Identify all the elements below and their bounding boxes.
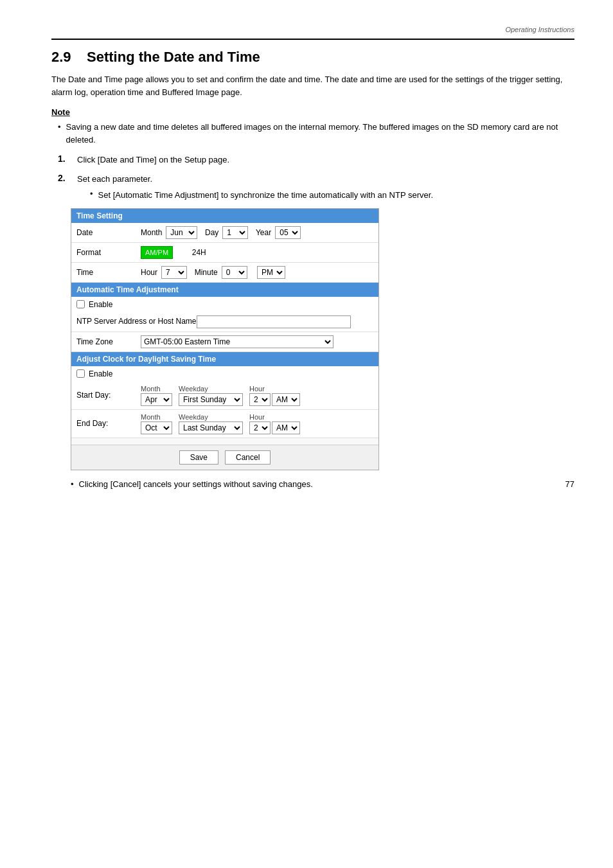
start-day-row: Start Day: Month AprJanFebMar MayJunJulA… [71, 382, 378, 410]
step-1-text: Click [Date and Time] on the Setup page. [77, 154, 229, 166]
start-month-select[interactable]: AprJanFebMar MayJunJulAug SepOctNovDec [141, 393, 172, 406]
section-title: Setting the Date and Time [87, 49, 260, 65]
section-description: The Date and Time page allows you to set… [51, 73, 574, 98]
end-month-group: Month OctJanFebMarApr MayJunJulAug SepNo… [141, 413, 172, 434]
ntp-label: NTP Server Address or Host Name [76, 316, 197, 327]
end-month-select[interactable]: OctJanFebMarApr MayJunJulAug SepNovDec [141, 421, 172, 434]
save-cancel-row: Save Cancel [71, 445, 378, 470]
month-label: Month [141, 228, 162, 237]
hour-select[interactable]: 71234 568910 1112 [161, 266, 187, 279]
auto-enable-label: Enable [89, 300, 112, 309]
start-weekday-group: Weekday First SundaySecond SundayThird S… [179, 385, 243, 406]
step-1-number: 1. [58, 154, 77, 164]
end-hour-group: Hour 213 AMPM [249, 413, 300, 434]
top-border [51, 39, 574, 40]
end-day-row: End Day: Month OctJanFebMarApr MayJunJul… [71, 410, 378, 438]
format-label: Format [76, 248, 141, 257]
cancel-button[interactable]: Cancel [225, 450, 271, 465]
time-row: Time Hour 71234 568910 1112 Minute 01251… [71, 263, 378, 283]
step-2-text: Set each parameter. [77, 174, 152, 184]
auto-time-header: Automatic Time Adjustment [71, 283, 378, 297]
month-select[interactable]: Jun JanFebMarAprMay JulAugSepOctNovDec [166, 226, 197, 239]
auto-enable-checkbox[interactable] [76, 300, 85, 308]
dst-enable-row: Enable [71, 366, 378, 382]
start-hour-group: Hour 213 AMPM [249, 385, 300, 406]
year-label: Year [256, 228, 271, 237]
auto-enable-row: Enable [71, 297, 378, 312]
step-1: 1. Click [Date and Time] on the Setup pa… [51, 154, 574, 166]
start-ampm-select[interactable]: AMPM [272, 393, 300, 406]
start-weekday-select[interactable]: First SundaySecond SundayThird Sunday Fo… [179, 393, 243, 406]
start-hour-sub: Hour [249, 385, 265, 393]
step-2-number: 2. [58, 173, 77, 183]
spacer-row [71, 438, 378, 445]
minute-label: Minute [195, 268, 218, 277]
bottom-bullet-symbol: • [71, 479, 74, 489]
timezone-select[interactable]: GMT-05:00 Eastern Time GMT+00:00 UTC GMT… [141, 335, 333, 348]
step-2: 2. Set each parameter. • Set [Automatic … [51, 173, 574, 202]
note-bullet-1: • [58, 121, 61, 134]
end-hour-sub: Hour [249, 413, 265, 421]
start-month-group: Month AprJanFebMar MayJunJulAug SepOctNo… [141, 385, 172, 406]
minute-select[interactable]: 012510 15304559 [222, 266, 247, 279]
note-label: Note [51, 107, 574, 117]
bottom-bullet: • Clicking [Cancel] cancels your setting… [71, 479, 574, 489]
dst-enable-label: Enable [89, 369, 112, 378]
end-day-label: End Day: [76, 419, 141, 428]
save-button[interactable]: Save [179, 450, 218, 465]
year-select[interactable]: 0504060708 [275, 226, 301, 239]
date-row: Date Month Jun JanFebMarAprMay JulAugSep… [71, 223, 378, 243]
day-select[interactable]: 12345 678910 1520253031 [222, 226, 248, 239]
ampm-select[interactable]: PMAM [257, 266, 285, 279]
section-heading: 2.9 Setting the Date and Time [51, 49, 574, 66]
ntp-input[interactable] [197, 315, 351, 328]
timezone-label: Time Zone [76, 337, 141, 346]
top-label: Operating Instructions [505, 26, 574, 33]
ntp-input-container [197, 315, 351, 328]
date-label: Date [76, 228, 141, 237]
h24-label: 24H [192, 248, 206, 257]
hour-label: Hour [141, 268, 157, 277]
section-number: 2.9 [51, 49, 71, 65]
end-weekday-group: Weekday Last SundayFirst SundaySecond Su… [179, 413, 243, 434]
dst-header: Adjust Clock for Daylight Saving Time [71, 352, 378, 366]
start-weekday-sub: Weekday [179, 385, 208, 393]
time-setting-header: Time Setting [71, 209, 378, 223]
end-weekday-select[interactable]: Last SundayFirst SundaySecond Sunday Thi… [179, 421, 243, 434]
start-day-controls: Month AprJanFebMar MayJunJulAug SepOctNo… [141, 385, 304, 406]
end-ampm-select[interactable]: AMPM [272, 421, 300, 434]
ampm-button[interactable]: AM/PM [141, 246, 173, 259]
ntp-server-row: NTP Server Address or Host Name [71, 312, 378, 332]
start-month-sub: Month [141, 385, 161, 393]
step-2-sub-text: Set [Automatic Time Adjustment] to synch… [98, 189, 433, 202]
end-day-controls: Month OctJanFebMarApr MayJunJulAug SepNo… [141, 413, 304, 434]
note-text-1: Saving a new date and time deletes all b… [66, 121, 574, 146]
step-2-sub-bullet: • Set [Automatic Time Adjustment] to syn… [90, 189, 433, 202]
end-weekday-sub: Weekday [179, 413, 208, 421]
page-container: Operating Instructions 2.9 Setting the D… [0, 0, 613, 515]
start-day-label: Start Day: [76, 391, 141, 400]
date-controls: Month Jun JanFebMarAprMay JulAugSepOctNo… [141, 226, 301, 239]
page-number: 77 [565, 479, 574, 489]
format-controls: AM/PM 24H [141, 246, 206, 259]
timezone-row: Time Zone GMT-05:00 Eastern Time GMT+00:… [71, 332, 378, 352]
sub-bullet-symbol: • [90, 189, 93, 199]
day-label: Day [205, 228, 218, 237]
settings-table: Time Setting Date Month Jun JanFebMarApr… [71, 208, 379, 470]
start-hour-select[interactable]: 213 [249, 393, 271, 406]
end-hour-select[interactable]: 213 [249, 421, 271, 434]
time-controls: Hour 71234 568910 1112 Minute 012510 153… [141, 266, 285, 279]
time-label: Time [76, 268, 141, 277]
end-month-sub: Month [141, 413, 161, 421]
dst-enable-checkbox[interactable] [76, 369, 85, 378]
note-item-1: • Saving a new date and time deletes all… [58, 121, 574, 146]
bottom-bullet-text: Clicking [Cancel] cancels your settings … [79, 479, 313, 489]
format-row: Format AM/PM 24H [71, 243, 378, 263]
